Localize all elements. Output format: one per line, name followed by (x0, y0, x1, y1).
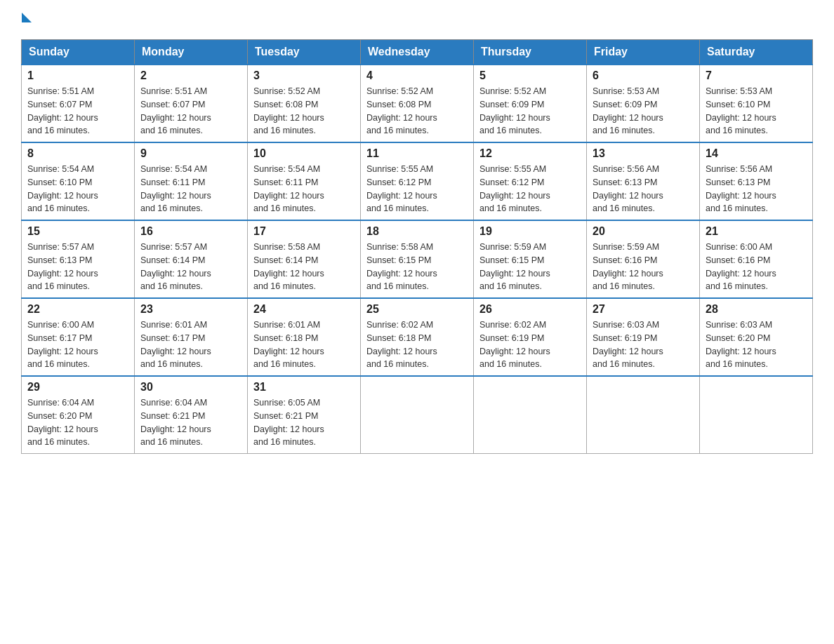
calendar-cell: 19 Sunrise: 5:59 AM Sunset: 6:15 PM Dayl… (474, 220, 587, 298)
day-number: 26 (479, 303, 581, 316)
calendar-header-wednesday: Wednesday (361, 40, 474, 65)
day-info: Sunrise: 6:03 AM Sunset: 6:20 PM Dayligh… (706, 318, 807, 371)
calendar-cell: 1 Sunrise: 5:51 AM Sunset: 6:07 PM Dayli… (22, 65, 135, 142)
day-info: Sunrise: 6:00 AM Sunset: 6:17 PM Dayligh… (27, 318, 128, 371)
calendar-cell: 20 Sunrise: 5:59 AM Sunset: 6:16 PM Dayl… (587, 220, 700, 298)
page-header (21, 14, 813, 25)
calendar-week-row: 8 Sunrise: 5:54 AM Sunset: 6:10 PM Dayli… (22, 142, 813, 220)
calendar-cell: 14 Sunrise: 5:56 AM Sunset: 6:13 PM Dayl… (700, 142, 813, 220)
day-info: Sunrise: 5:51 AM Sunset: 6:07 PM Dayligh… (27, 85, 128, 137)
day-info: Sunrise: 5:53 AM Sunset: 6:09 PM Dayligh… (593, 85, 694, 137)
day-info: Sunrise: 5:55 AM Sunset: 6:12 PM Dayligh… (479, 163, 581, 215)
day-info: Sunrise: 6:04 AM Sunset: 6:21 PM Dayligh… (140, 396, 241, 449)
calendar-cell: 21 Sunrise: 6:00 AM Sunset: 6:16 PM Dayl… (700, 220, 813, 298)
day-number: 9 (140, 147, 241, 160)
logo-arrow-icon (22, 13, 32, 22)
calendar-week-row: 15 Sunrise: 5:57 AM Sunset: 6:13 PM Dayl… (22, 220, 813, 298)
day-number: 28 (706, 303, 807, 316)
calendar-cell: 17 Sunrise: 5:58 AM Sunset: 6:14 PM Dayl… (248, 220, 361, 298)
calendar-cell (474, 376, 587, 454)
day-info: Sunrise: 5:54 AM Sunset: 6:11 PM Dayligh… (140, 163, 241, 215)
day-number: 15 (27, 225, 128, 238)
calendar-cell: 15 Sunrise: 5:57 AM Sunset: 6:13 PM Dayl… (22, 220, 135, 298)
calendar-cell: 16 Sunrise: 5:57 AM Sunset: 6:14 PM Dayl… (135, 220, 248, 298)
calendar-header-sunday: Sunday (22, 40, 135, 65)
calendar-cell: 12 Sunrise: 5:55 AM Sunset: 6:12 PM Dayl… (474, 142, 587, 220)
calendar-header-thursday: Thursday (474, 40, 587, 65)
day-info: Sunrise: 5:57 AM Sunset: 6:13 PM Dayligh… (27, 241, 128, 293)
day-info: Sunrise: 5:52 AM Sunset: 6:08 PM Dayligh… (253, 85, 355, 137)
day-info: Sunrise: 6:00 AM Sunset: 6:16 PM Dayligh… (706, 241, 807, 293)
day-info: Sunrise: 6:03 AM Sunset: 6:19 PM Dayligh… (593, 318, 694, 371)
day-info: Sunrise: 6:05 AM Sunset: 6:21 PM Dayligh… (253, 396, 355, 449)
day-info: Sunrise: 5:58 AM Sunset: 6:14 PM Dayligh… (253, 241, 355, 293)
day-info: Sunrise: 6:01 AM Sunset: 6:18 PM Dayligh… (253, 318, 355, 371)
calendar-cell: 4 Sunrise: 5:52 AM Sunset: 6:08 PM Dayli… (361, 65, 474, 142)
day-number: 2 (140, 69, 241, 82)
day-number: 22 (27, 303, 128, 316)
day-number: 31 (253, 381, 355, 394)
calendar-cell: 18 Sunrise: 5:58 AM Sunset: 6:15 PM Dayl… (361, 220, 474, 298)
calendar-header-saturday: Saturday (700, 40, 813, 65)
calendar-cell: 31 Sunrise: 6:05 AM Sunset: 6:21 PM Dayl… (248, 376, 361, 454)
calendar-cell: 30 Sunrise: 6:04 AM Sunset: 6:21 PM Dayl… (135, 376, 248, 454)
day-number: 18 (366, 225, 468, 238)
calendar-header-row: SundayMondayTuesdayWednesdayThursdayFrid… (22, 40, 813, 65)
calendar-cell: 29 Sunrise: 6:04 AM Sunset: 6:20 PM Dayl… (22, 376, 135, 454)
day-info: Sunrise: 5:52 AM Sunset: 6:08 PM Dayligh… (366, 85, 468, 137)
calendar-week-row: 1 Sunrise: 5:51 AM Sunset: 6:07 PM Dayli… (22, 65, 813, 142)
calendar-cell: 28 Sunrise: 6:03 AM Sunset: 6:20 PM Dayl… (700, 298, 813, 376)
calendar-cell: 25 Sunrise: 6:02 AM Sunset: 6:18 PM Dayl… (361, 298, 474, 376)
day-info: Sunrise: 6:01 AM Sunset: 6:17 PM Dayligh… (140, 318, 241, 371)
day-info: Sunrise: 5:57 AM Sunset: 6:14 PM Dayligh… (140, 241, 241, 293)
calendar-cell: 13 Sunrise: 5:56 AM Sunset: 6:13 PM Dayl… (587, 142, 700, 220)
day-info: Sunrise: 5:58 AM Sunset: 6:15 PM Dayligh… (366, 241, 468, 293)
calendar-cell: 8 Sunrise: 5:54 AM Sunset: 6:10 PM Dayli… (22, 142, 135, 220)
calendar-cell: 11 Sunrise: 5:55 AM Sunset: 6:12 PM Dayl… (361, 142, 474, 220)
calendar-week-row: 29 Sunrise: 6:04 AM Sunset: 6:20 PM Dayl… (22, 376, 813, 454)
calendar-cell (587, 376, 700, 454)
day-number: 7 (706, 69, 807, 82)
day-info: Sunrise: 5:59 AM Sunset: 6:16 PM Dayligh… (593, 241, 694, 293)
day-info: Sunrise: 5:56 AM Sunset: 6:13 PM Dayligh… (593, 163, 694, 215)
day-number: 10 (253, 147, 355, 160)
day-info: Sunrise: 6:02 AM Sunset: 6:19 PM Dayligh… (479, 318, 581, 371)
calendar-cell: 24 Sunrise: 6:01 AM Sunset: 6:18 PM Dayl… (248, 298, 361, 376)
calendar-cell: 5 Sunrise: 5:52 AM Sunset: 6:09 PM Dayli… (474, 65, 587, 142)
day-info: Sunrise: 5:53 AM Sunset: 6:10 PM Dayligh… (706, 85, 807, 137)
calendar-cell: 6 Sunrise: 5:53 AM Sunset: 6:09 PM Dayli… (587, 65, 700, 142)
day-number: 16 (140, 225, 241, 238)
day-info: Sunrise: 5:59 AM Sunset: 6:15 PM Dayligh… (479, 241, 581, 293)
calendar-cell: 10 Sunrise: 5:54 AM Sunset: 6:11 PM Dayl… (248, 142, 361, 220)
day-info: Sunrise: 5:54 AM Sunset: 6:11 PM Dayligh… (253, 163, 355, 215)
day-number: 27 (593, 303, 694, 316)
logo (21, 14, 32, 25)
day-number: 1 (27, 69, 128, 82)
day-number: 30 (140, 381, 241, 394)
calendar-cell (700, 376, 813, 454)
calendar-table: SundayMondayTuesdayWednesdayThursdayFrid… (21, 39, 813, 454)
day-number: 5 (479, 69, 581, 82)
calendar-cell: 22 Sunrise: 6:00 AM Sunset: 6:17 PM Dayl… (22, 298, 135, 376)
calendar-header-monday: Monday (135, 40, 248, 65)
calendar-cell: 26 Sunrise: 6:02 AM Sunset: 6:19 PM Dayl… (474, 298, 587, 376)
calendar-header-tuesday: Tuesday (248, 40, 361, 65)
day-number: 20 (593, 225, 694, 238)
day-number: 21 (706, 225, 807, 238)
day-number: 4 (366, 69, 468, 82)
day-info: Sunrise: 6:02 AM Sunset: 6:18 PM Dayligh… (366, 318, 468, 371)
calendar-cell: 2 Sunrise: 5:51 AM Sunset: 6:07 PM Dayli… (135, 65, 248, 142)
calendar-cell: 23 Sunrise: 6:01 AM Sunset: 6:17 PM Dayl… (135, 298, 248, 376)
day-number: 8 (27, 147, 128, 160)
calendar-cell: 7 Sunrise: 5:53 AM Sunset: 6:10 PM Dayli… (700, 65, 813, 142)
calendar-cell: 9 Sunrise: 5:54 AM Sunset: 6:11 PM Dayli… (135, 142, 248, 220)
day-number: 13 (593, 147, 694, 160)
calendar-header-friday: Friday (587, 40, 700, 65)
day-info: Sunrise: 5:52 AM Sunset: 6:09 PM Dayligh… (479, 85, 581, 137)
day-info: Sunrise: 6:04 AM Sunset: 6:20 PM Dayligh… (27, 396, 128, 449)
day-number: 29 (27, 381, 128, 394)
calendar-cell: 3 Sunrise: 5:52 AM Sunset: 6:08 PM Dayli… (248, 65, 361, 142)
calendar-cell (361, 376, 474, 454)
day-number: 12 (479, 147, 581, 160)
day-number: 19 (479, 225, 581, 238)
